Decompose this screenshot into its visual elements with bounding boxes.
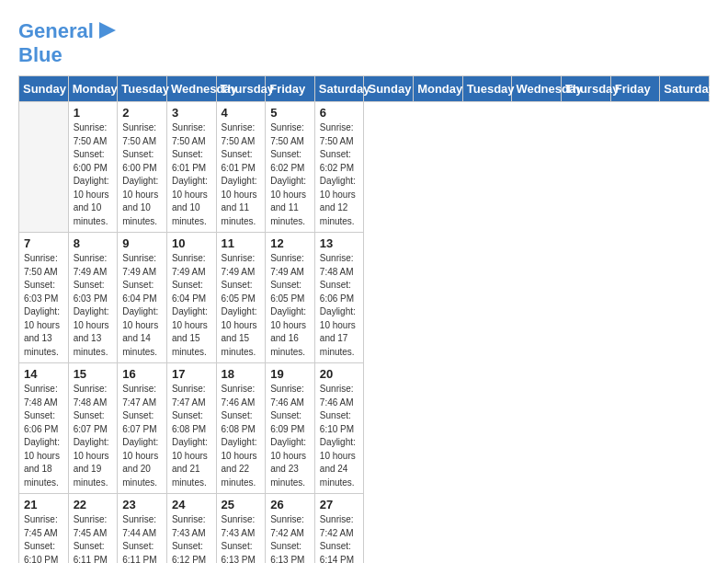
header-monday: Monday <box>68 76 118 102</box>
day-info: Sunrise: 7:50 AMSunset: 6:03 PMDaylight:… <box>24 252 63 359</box>
day-number: 21 <box>24 498 63 511</box>
header-friday: Friday <box>266 76 315 102</box>
col-header-thursday: Thursday <box>562 76 611 102</box>
logo: General Blue <box>18 18 118 66</box>
col-header-wednesday: Wednesday <box>512 76 562 102</box>
calendar-table: SundayMondayTuesdayWednesdayThursdayFrid… <box>18 75 710 563</box>
logo-blue-text: Blue <box>18 44 63 66</box>
day-info: Sunrise: 7:49 AMSunset: 6:03 PMDaylight:… <box>74 252 113 359</box>
day-number: 27 <box>320 498 359 511</box>
day-number: 22 <box>74 498 113 511</box>
calendar-cell: 23Sunrise: 7:44 AMSunset: 6:11 PMDayligh… <box>118 494 167 563</box>
calendar-week-4: 21Sunrise: 7:45 AMSunset: 6:10 PMDayligh… <box>19 494 710 563</box>
logo-text: General <box>18 20 94 42</box>
calendar-cell: 19Sunrise: 7:46 AMSunset: 6:09 PMDayligh… <box>266 363 315 494</box>
day-info: Sunrise: 7:50 AMSunset: 6:01 PMDaylight:… <box>172 121 211 228</box>
day-info: Sunrise: 7:48 AMSunset: 6:07 PMDaylight:… <box>74 383 113 489</box>
day-number: 14 <box>24 367 63 381</box>
calendar-cell: 13Sunrise: 7:48 AMSunset: 6:06 PMDayligh… <box>314 233 364 363</box>
calendar-cell: 22Sunrise: 7:45 AMSunset: 6:11 PMDayligh… <box>68 494 118 563</box>
calendar-cell: 14Sunrise: 7:48 AMSunset: 6:06 PMDayligh… <box>19 363 69 494</box>
calendar-header-row: SundayMondayTuesdayWednesdayThursdayFrid… <box>19 76 710 102</box>
day-info: Sunrise: 7:50 AMSunset: 6:00 PMDaylight:… <box>74 121 113 228</box>
day-info: Sunrise: 7:42 AMSunset: 6:14 PMDaylight:… <box>320 513 359 563</box>
day-info: Sunrise: 7:48 AMSunset: 6:06 PMDaylight:… <box>320 252 359 359</box>
day-number: 5 <box>270 106 310 120</box>
day-number: 26 <box>270 498 310 511</box>
calendar-cell: 5Sunrise: 7:50 AMSunset: 6:02 PMDaylight… <box>266 102 315 233</box>
day-info: Sunrise: 7:43 AMSunset: 6:12 PMDaylight:… <box>172 513 211 563</box>
day-number: 6 <box>320 106 359 120</box>
day-info: Sunrise: 7:49 AMSunset: 6:05 PMDaylight:… <box>270 252 310 359</box>
day-number: 18 <box>222 367 261 381</box>
calendar-cell: 2Sunrise: 7:50 AMSunset: 6:00 PMDaylight… <box>118 102 167 233</box>
header-wednesday: Wednesday <box>166 76 216 102</box>
day-number: 19 <box>270 367 310 381</box>
calendar-cell: 16Sunrise: 7:47 AMSunset: 6:07 PMDayligh… <box>118 363 167 494</box>
calendar-cell <box>19 102 69 233</box>
col-header-monday: Monday <box>414 76 463 102</box>
day-info: Sunrise: 7:42 AMSunset: 6:13 PMDaylight:… <box>270 513 310 563</box>
day-info: Sunrise: 7:50 AMSunset: 6:02 PMDaylight:… <box>320 121 359 228</box>
day-number: 15 <box>74 367 113 381</box>
day-number: 9 <box>122 236 162 250</box>
day-number: 3 <box>172 106 211 120</box>
svg-marker-0 <box>99 22 116 39</box>
day-info: Sunrise: 7:47 AMSunset: 6:08 PMDaylight:… <box>172 383 211 489</box>
day-number: 1 <box>74 106 113 120</box>
day-number: 7 <box>24 236 63 250</box>
calendar-cell: 10Sunrise: 7:49 AMSunset: 6:04 PMDayligh… <box>166 233 216 363</box>
day-number: 24 <box>172 498 211 511</box>
day-number: 12 <box>270 236 310 250</box>
col-header-tuesday: Tuesday <box>462 76 512 102</box>
day-number: 20 <box>320 367 359 381</box>
day-info: Sunrise: 7:48 AMSunset: 6:06 PMDaylight:… <box>24 383 63 489</box>
day-info: Sunrise: 7:46 AMSunset: 6:09 PMDaylight:… <box>270 383 310 489</box>
header-thursday: Thursday <box>216 76 266 102</box>
calendar-cell: 3Sunrise: 7:50 AMSunset: 6:01 PMDaylight… <box>166 102 216 233</box>
calendar-cell: 24Sunrise: 7:43 AMSunset: 6:12 PMDayligh… <box>166 494 216 563</box>
calendar-week-2: 7Sunrise: 7:50 AMSunset: 6:03 PMDaylight… <box>19 233 710 363</box>
calendar-cell: 26Sunrise: 7:42 AMSunset: 6:13 PMDayligh… <box>266 494 315 563</box>
calendar-week-1: 1Sunrise: 7:50 AMSunset: 6:00 PMDaylight… <box>19 102 710 233</box>
header-saturday: Saturday <box>314 76 364 102</box>
day-number: 13 <box>320 236 359 250</box>
calendar-cell: 7Sunrise: 7:50 AMSunset: 6:03 PMDaylight… <box>19 233 69 363</box>
day-number: 10 <box>172 236 211 250</box>
day-number: 25 <box>222 498 261 511</box>
header-sunday: Sunday <box>19 76 69 102</box>
day-info: Sunrise: 7:49 AMSunset: 6:04 PMDaylight:… <box>122 252 162 359</box>
calendar-cell: 20Sunrise: 7:46 AMSunset: 6:10 PMDayligh… <box>314 363 364 494</box>
day-number: 2 <box>122 106 162 120</box>
day-info: Sunrise: 7:44 AMSunset: 6:11 PMDaylight:… <box>122 513 162 563</box>
day-number: 16 <box>122 367 162 381</box>
day-number: 11 <box>222 236 261 250</box>
day-info: Sunrise: 7:49 AMSunset: 6:04 PMDaylight:… <box>172 252 211 359</box>
page-header: General Blue <box>18 18 710 66</box>
calendar-cell: 27Sunrise: 7:42 AMSunset: 6:14 PMDayligh… <box>314 494 364 563</box>
calendar-cell: 21Sunrise: 7:45 AMSunset: 6:10 PMDayligh… <box>19 494 69 563</box>
col-header-sunday: Sunday <box>364 76 414 102</box>
calendar-cell: 17Sunrise: 7:47 AMSunset: 6:08 PMDayligh… <box>166 363 216 494</box>
calendar-cell: 8Sunrise: 7:49 AMSunset: 6:03 PMDaylight… <box>68 233 118 363</box>
calendar-cell: 11Sunrise: 7:49 AMSunset: 6:05 PMDayligh… <box>216 233 266 363</box>
calendar-week-3: 14Sunrise: 7:48 AMSunset: 6:06 PMDayligh… <box>19 363 710 494</box>
day-info: Sunrise: 7:50 AMSunset: 6:00 PMDaylight:… <box>122 121 162 228</box>
calendar-cell: 12Sunrise: 7:49 AMSunset: 6:05 PMDayligh… <box>266 233 315 363</box>
day-info: Sunrise: 7:50 AMSunset: 6:01 PMDaylight:… <box>222 121 261 228</box>
day-number: 17 <box>172 367 211 381</box>
day-number: 23 <box>122 498 162 511</box>
day-info: Sunrise: 7:49 AMSunset: 6:05 PMDaylight:… <box>222 252 261 359</box>
calendar-cell: 18Sunrise: 7:46 AMSunset: 6:08 PMDayligh… <box>216 363 266 494</box>
day-info: Sunrise: 7:47 AMSunset: 6:07 PMDaylight:… <box>122 383 162 489</box>
col-header-friday: Friday <box>610 76 660 102</box>
col-header-saturday: Saturday <box>660 76 710 102</box>
day-number: 8 <box>74 236 113 250</box>
day-info: Sunrise: 7:45 AMSunset: 6:10 PMDaylight:… <box>24 513 63 563</box>
day-info: Sunrise: 7:45 AMSunset: 6:11 PMDaylight:… <box>74 513 113 563</box>
day-number: 4 <box>222 106 261 120</box>
logo-arrow-icon <box>97 20 118 40</box>
calendar-cell: 15Sunrise: 7:48 AMSunset: 6:07 PMDayligh… <box>68 363 118 494</box>
header-tuesday: Tuesday <box>118 76 167 102</box>
calendar-cell: 4Sunrise: 7:50 AMSunset: 6:01 PMDaylight… <box>216 102 266 233</box>
